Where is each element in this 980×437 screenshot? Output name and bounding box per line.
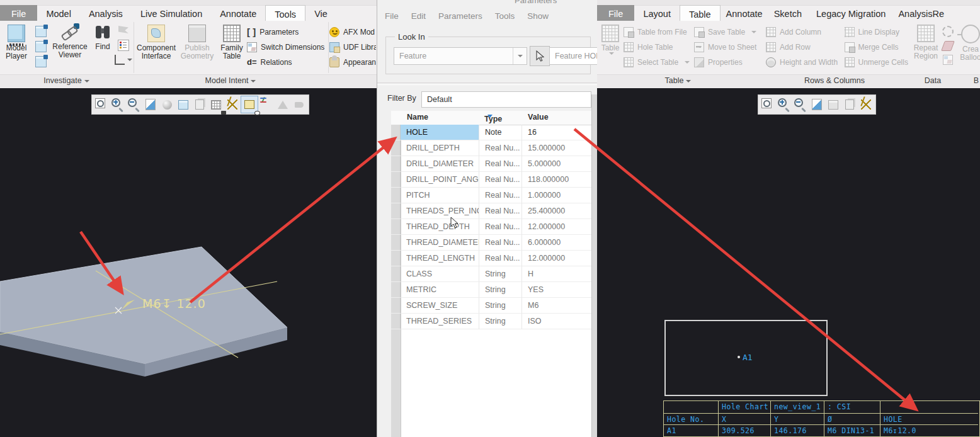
hole-chart-cell[interactable]: 309.526: [719, 425, 771, 436]
hole-chart-cell[interactable]: M6↧12.0: [880, 425, 978, 436]
parameter-name-cell[interactable]: CLASS: [401, 266, 479, 282]
filter-by-combobox[interactable]: Default: [421, 91, 591, 108]
tab-table[interactable]: Table: [680, 5, 721, 21]
parameter-name-cell[interactable]: METRIC: [401, 282, 479, 298]
dialog-titlebar[interactable]: Parameters: [377, 0, 598, 5]
parameter-type-cell[interactable]: Real Nu...: [479, 235, 522, 251]
parameter-row[interactable]: DRILL_POINT_ANGLEReal Nu...118.000000: [391, 172, 591, 188]
select-items-button[interactable]: [530, 46, 550, 66]
tab-model[interactable]: Model: [37, 5, 80, 21]
annotation-display-icon[interactable]: [244, 100, 254, 109]
datum-display-icon[interactable]: [861, 99, 871, 110]
parameter-value-cell[interactable]: 12.000000: [522, 219, 591, 235]
parameter-row[interactable]: CLASSStringH: [391, 266, 591, 282]
parameter-row[interactable]: THREADS_PER_INCHReal Nu...25.400000: [391, 203, 591, 219]
menu-tools[interactable]: Tools: [495, 11, 515, 21]
parameter-value-cell[interactable]: 1.000000: [522, 188, 591, 203]
zoom-out-icon[interactable]: [792, 96, 809, 113]
group-table[interactable]: Table: [597, 76, 759, 85]
appearance-button[interactable]: Appearan: [329, 56, 376, 68]
zoom-in-icon[interactable]: [776, 96, 792, 113]
tab-analysis-cut[interactable]: AnalysisRe: [894, 5, 948, 21]
parameter-type-cell[interactable]: Real Nu...: [479, 251, 522, 266]
parameter-value-cell[interactable]: 5.000000: [522, 156, 591, 172]
parameter-name-cell[interactable]: SCREW_SIZE: [401, 298, 479, 314]
parameter-name-cell[interactable]: PITCH: [401, 188, 479, 203]
group-model-intent[interactable]: Model Intent: [134, 76, 327, 85]
parameter-value-cell[interactable]: 16: [522, 125, 591, 140]
datum-plane-display-icon[interactable]: [278, 101, 288, 109]
menu-edit[interactable]: Edit: [411, 11, 426, 21]
column-header-value[interactable]: Value: [528, 113, 549, 122]
spin-center-icon[interactable]: [261, 99, 271, 110]
parameter-name-cell[interactable]: THREAD_LENGTH: [401, 251, 479, 266]
parameter-type-cell[interactable]: Real Nu...: [479, 203, 522, 219]
view-manager-icon[interactable]: [195, 99, 204, 110]
flag-icon[interactable]: [118, 26, 128, 36]
parameter-name-cell[interactable]: THREAD_DEPTH: [401, 219, 479, 235]
parameter-row[interactable]: THREAD_LENGTHReal Nu...12.000000: [391, 251, 591, 266]
parameter-name-cell[interactable]: THREADS_PER_INCH: [401, 203, 479, 219]
parameter-name-cell[interactable]: DRILL_DIAMETER: [401, 156, 479, 172]
parameter-type-cell[interactable]: String: [479, 282, 522, 298]
zoom-out-icon[interactable]: [126, 96, 142, 113]
hole-chart-cell[interactable]: [664, 401, 719, 414]
parameter-row[interactable]: DRILL_DIAMETERReal Nu...5.000000: [391, 156, 591, 172]
column-header-name[interactable]: Name: [407, 113, 428, 122]
parameter-value-cell[interactable]: YES: [522, 282, 591, 298]
parameter-name-cell[interactable]: THREAD_DIAMETER: [401, 235, 479, 251]
parameter-value-cell[interactable]: 6.000000: [522, 235, 591, 251]
parameter-type-cell[interactable]: Real Nu...: [479, 219, 522, 235]
parameter-row[interactable]: HOLENote16: [391, 125, 591, 140]
hole-chart-cell[interactable]: : CSI: [824, 401, 880, 414]
parameter-name-cell[interactable]: DRILL_DEPTH: [401, 140, 479, 156]
drawing-view-label[interactable]: A1: [743, 353, 753, 362]
parameter-type-cell[interactable]: Real Nu...: [479, 140, 522, 156]
capture-icon[interactable]: [211, 100, 221, 110]
parameter-type-cell[interactable]: Real Nu...: [479, 188, 522, 203]
geometry-checks-icon[interactable]: [115, 55, 125, 65]
saved-views-icon[interactable]: [828, 100, 838, 110]
hole-chart-cell[interactable]: M6 DIN13-1: [824, 425, 880, 436]
hole-chart-cell[interactable]: X: [719, 414, 771, 425]
type-filter-icon[interactable]: [487, 115, 493, 118]
parameter-row[interactable]: METRICStringYES: [391, 282, 591, 298]
zoom-in-icon[interactable]: [110, 96, 126, 113]
hole-chart-cell[interactable]: 146.176: [771, 425, 824, 436]
parameter-value-cell[interactable]: M6: [522, 298, 591, 314]
repaint-icon[interactable]: [812, 99, 822, 110]
parameter-type-cell[interactable]: String: [479, 266, 522, 282]
hole-chart-cell[interactable]: HOLE: [880, 414, 978, 425]
family-table-button[interactable]: Family Table: [217, 22, 247, 74]
hole-chart-cell[interactable]: A1: [664, 425, 719, 436]
tab-annotate[interactable]: Annotate: [211, 5, 265, 21]
parameters-button[interactable]: [ ] Parameters: [247, 26, 328, 38]
hole-chart-cell[interactable]: Ø: [824, 414, 880, 425]
hole-chart-cell[interactable]: Hole Chart: [719, 401, 771, 414]
saved-views-icon[interactable]: [178, 100, 188, 110]
parameter-type-cell[interactable]: Real Nu...: [479, 156, 522, 172]
reference-viewer-button[interactable]: Reference Viewer: [49, 22, 91, 74]
model-player-button[interactable]: Model Player: [0, 22, 33, 74]
parameter-value-cell[interactable]: 25.400000: [522, 203, 591, 219]
tab-legacy-migration[interactable]: Legacy Migration: [807, 5, 894, 21]
parameter-row[interactable]: THREAD_DEPTHReal Nu...12.000000: [391, 219, 591, 235]
afx-button[interactable]: AFX Mod: [329, 26, 376, 38]
parameter-row[interactable]: THREAD_DIAMETERReal Nu...6.000000: [391, 235, 591, 251]
tab-live-simulation[interactable]: Live Simulation: [132, 5, 211, 21]
hole-chart-cell[interactable]: Hole No.: [664, 414, 719, 425]
datum-display-icon[interactable]: [227, 99, 237, 110]
tab-file[interactable]: File: [0, 5, 37, 21]
annotation-orient-icon[interactable]: [295, 102, 304, 108]
parameter-row[interactable]: THREAD_SERIESStringISO: [391, 314, 591, 329]
group-investigate[interactable]: Investigate: [0, 76, 133, 85]
look-in-combobox[interactable]: Feature: [394, 47, 527, 65]
look-in-context-field[interactable]: Feature HOLE: [549, 47, 598, 65]
parameter-type-cell[interactable]: String: [479, 314, 522, 329]
feature-list-icon[interactable]: [118, 40, 129, 51]
parameter-value-cell[interactable]: 118.000000: [522, 172, 591, 188]
menu-show[interactable]: Show: [527, 11, 549, 21]
component-interface-button[interactable]: Component Interface: [135, 22, 178, 74]
hole-note-annotation[interactable]: M6↧ 12.0: [142, 297, 206, 310]
graphics-area-drawing[interactable]: A1 Hole Chartnew_view_1: CSIHole No.XYØH…: [597, 88, 980, 437]
